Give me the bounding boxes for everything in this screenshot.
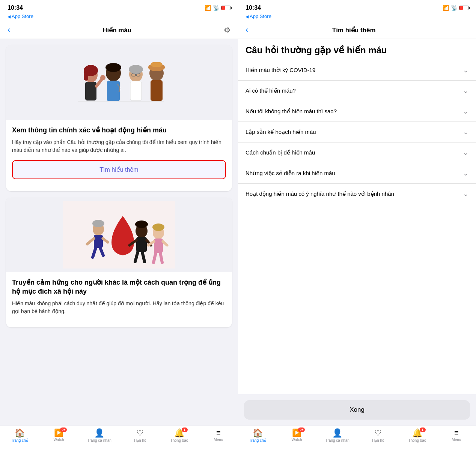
faq-item-text: Hoạt động hiến máu có ý nghĩa như thế nà…: [246, 190, 463, 198]
faq-item[interactable]: Những việc sẽ diễn ra khi hiến máu ⌄: [238, 163, 476, 184]
done-button-wrap: Xong: [238, 394, 476, 426]
faq-item[interactable]: Hoạt động hiến máu có ý nghĩa như thế nà…: [238, 184, 476, 204]
tab-profile-right[interactable]: 👤 Trang cá nhân: [325, 429, 349, 442]
tab-notifications-label-right: Thông báo: [408, 438, 426, 442]
tab-watch-right[interactable]: 9+ ▶️ Watch: [286, 429, 307, 442]
card1-heading: Xem thông tin chính xác về hoạt động hiế…: [12, 126, 226, 135]
heart-icon-right: ♡: [374, 429, 382, 437]
left-phone: 10:34 📶 📡 App Store ‹ Hiến máu ⚙: [0, 0, 238, 450]
tab-profile-label-right: Trang cá nhân: [325, 438, 349, 442]
time-right: 10:34: [246, 4, 261, 11]
faq-item[interactable]: Ai có thể hiến máu? ⌄: [238, 81, 476, 101]
chevron-down-icon: ⌄: [463, 87, 468, 95]
svg-rect-12: [130, 81, 142, 100]
svg-point-39: [152, 224, 164, 231]
tab-watch-left[interactable]: 9+ ▶️ Watch: [48, 429, 69, 442]
svg-point-5: [100, 75, 105, 80]
card-inspire: Truyền cảm hứng cho người khác là một cá…: [6, 197, 232, 327]
svg-line-44: [160, 253, 162, 262]
faq-item[interactable]: Cách chuẩn bị để hiến máu ⌄: [238, 142, 476, 163]
tab-menu-left[interactable]: ≡ Menu: [208, 429, 229, 442]
nav-header-right: ‹ Tìm hiểu thêm: [238, 21, 476, 39]
home-icon-right: 🏠: [253, 429, 263, 437]
done-button[interactable]: Xong: [244, 400, 470, 420]
faq-item-text: Lập sẵn kế hoạch hiến máu: [246, 128, 463, 136]
card1-body: Xem thông tin chính xác về hoạt động hiế…: [6, 120, 232, 191]
faq-item-text: Ai có thể hiến máu?: [246, 87, 463, 94]
app-store-bar-left[interactable]: App Store: [0, 13, 238, 21]
watch-badge-right: 9+: [298, 428, 305, 432]
faq-item-text: Cách chuẩn bị để hiến máu: [246, 149, 463, 156]
svg-rect-26: [94, 235, 103, 248]
tab-home-label-right: Trang chủ: [249, 438, 266, 442]
tab-notifications-right[interactable]: 1 🔔 Thông báo: [407, 429, 428, 442]
settings-button-left[interactable]: ⚙: [224, 26, 230, 34]
menu-icon-left: ≡: [216, 429, 221, 436]
chevron-down-icon: ⌄: [463, 128, 468, 136]
svg-point-32: [135, 220, 148, 228]
svg-rect-7: [84, 71, 88, 81]
tab-home-label-left: Trang chủ: [11, 438, 28, 442]
learn-more-button-wrap: Tìm hiểu thêm: [12, 160, 226, 179]
status-icons-left: 📶 📡: [205, 5, 230, 11]
tab-home-right[interactable]: 🏠 Trang chủ: [247, 429, 268, 442]
menu-icon-right: ≡: [454, 429, 459, 436]
card2-text: Hiến máu không phải cách duy nhất để giú…: [12, 300, 226, 315]
wifi-icon-right: 📡: [451, 5, 457, 11]
faq-item[interactable]: Hiến máu thời kỳ COVID-19 ⌄: [238, 60, 476, 81]
svg-point-16: [129, 65, 143, 74]
faq-item[interactable]: Lập sẵn kế hoạch hiến máu ⌄: [238, 122, 476, 142]
svg-point-25: [92, 220, 104, 227]
battery-icon-right: [459, 6, 468, 10]
faq-item-text: Những việc sẽ diễn ra khi hiến máu: [246, 170, 463, 177]
heart-icon-left: ♡: [136, 429, 144, 437]
faq-content: Câu hỏi thường gặp về hiến máu Hiến máu …: [238, 39, 476, 394]
svg-rect-2: [85, 82, 96, 100]
tab-profile-left[interactable]: 👤 Trang cá nhân: [87, 429, 111, 442]
card-learn-more: Xem thông tin chính xác về hoạt động hiế…: [6, 45, 232, 191]
svg-rect-33: [136, 237, 147, 252]
tab-bar-right: 🏠 Trang chủ 9+ ▶️ Watch 👤 Trang cá nhân …: [238, 426, 476, 450]
page-title-right: Tìm hiểu thêm: [332, 26, 376, 34]
svg-rect-21: [151, 62, 162, 67]
tab-watch-label-left: Watch: [53, 438, 64, 442]
home-icon-left: 🏠: [15, 429, 25, 437]
tab-bar-left: 🏠 Trang chủ 9+ ▶️ Watch 👤 Trang cá nhân …: [0, 426, 238, 450]
faq-list: Hiến máu thời kỳ COVID-19 ⌄ Ai có thể hi…: [238, 60, 476, 204]
chevron-down-icon: ⌄: [463, 107, 468, 116]
back-button-left[interactable]: ‹: [8, 25, 10, 35]
signal-icon-right: 📶: [443, 5, 449, 11]
profile-icon-left: 👤: [94, 429, 104, 437]
tab-dating-label-left: Hẹn hò: [134, 438, 146, 442]
svg-rect-40: [154, 238, 163, 253]
faq-item[interactable]: Nếu tôi không thể hiến máu thì sao? ⌄: [238, 101, 476, 122]
chevron-down-icon: ⌄: [463, 169, 468, 177]
battery-icon: [221, 6, 230, 10]
notification-badge-right: 1: [420, 428, 426, 432]
learn-more-button[interactable]: Tìm hiểu thêm: [13, 161, 225, 178]
faq-main-title: Câu hỏi thường gặp về hiến máu: [238, 39, 476, 60]
card1-text: Hãy truy cập vào phần Câu hỏi thường gặp…: [12, 138, 226, 154]
wifi-icon: 📡: [213, 5, 219, 11]
faq-item-text: Hiến máu thời kỳ COVID-19: [246, 66, 463, 74]
card2-heading: Truyền cảm hứng cho người khác là một cá…: [12, 278, 226, 296]
tab-home-left[interactable]: 🏠 Trang chủ: [9, 429, 30, 442]
tab-dating-right[interactable]: ♡ Hẹn hò: [368, 429, 389, 442]
people-illustration: [63, 49, 175, 116]
back-button-right[interactable]: ‹: [246, 25, 248, 35]
tab-notifications-label-left: Thông báo: [170, 438, 188, 442]
blood-drop-illustration: [63, 201, 175, 268]
chevron-down-icon: ⌄: [463, 66, 468, 74]
content-left: Xem thông tin chính xác về hoạt động hiế…: [0, 39, 238, 426]
tab-menu-label-left: Menu: [214, 438, 223, 442]
time-left: 10:34: [8, 4, 23, 11]
card2-body: Truyền cảm hứng cho người khác là một cá…: [6, 272, 232, 327]
app-store-bar-right[interactable]: App Store: [238, 13, 476, 21]
status-bar-left: 10:34 📶 📡: [0, 0, 238, 13]
tab-menu-right[interactable]: ≡ Menu: [446, 429, 467, 442]
page-title-left: Hiến máu: [102, 26, 131, 34]
tab-notifications-left[interactable]: 1 🔔 Thông báo: [169, 429, 190, 442]
status-icons-right: 📶 📡: [443, 5, 468, 11]
tab-profile-label-left: Trang cá nhân: [87, 438, 111, 442]
tab-dating-left[interactable]: ♡ Hẹn hò: [130, 429, 151, 442]
